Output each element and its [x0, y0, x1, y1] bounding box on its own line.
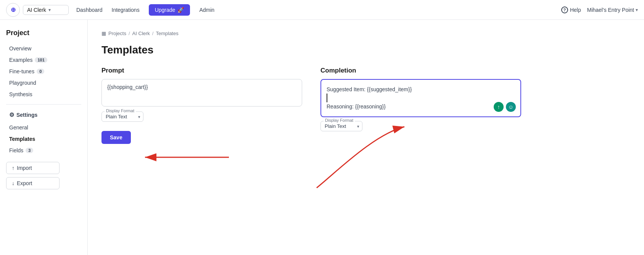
finetunes-badge: 0	[37, 69, 44, 74]
user-menu[interactable]: Mihael's Entry Point ▾	[587, 7, 638, 13]
examples-badge: 101	[35, 57, 47, 63]
workspace-name: AI Clerk	[27, 7, 46, 13]
settings-gear-icon: ⚙	[9, 111, 14, 118]
import-label: Import	[17, 165, 32, 171]
upgrade-label: Upgrade	[155, 7, 175, 13]
layout: Project Overview Examples 101 Fine-tunes…	[0, 20, 644, 255]
breadcrumb-templates: Templates	[156, 31, 178, 36]
user-chevron-icon: ▾	[636, 7, 638, 13]
completion-display-format-label: Display Format	[324, 118, 355, 123]
playground-label: Playground	[9, 80, 36, 86]
save-button-wrapper: Save	[101, 122, 302, 144]
user-name: Mihael's Entry Point	[587, 7, 634, 13]
completion-display-format-wrapper: Display Format Plain Text Markdown HTML …	[320, 121, 362, 131]
completion-icons: ↑ ☺	[494, 102, 516, 112]
completion-box: Suggested Item: {{suggested_item}} Reaso…	[320, 79, 521, 117]
nav-integrations[interactable]: Integrations	[112, 7, 140, 13]
sidebar: Project Overview Examples 101 Fine-tunes…	[0, 20, 88, 255]
sidebar-title: Project	[6, 29, 81, 37]
fields-label: Fields	[9, 147, 23, 153]
page-title: Templates	[101, 44, 630, 56]
help-icon: ?	[561, 6, 568, 13]
top-nav: ⊕ AI Clerk ▾ Dashboard Integrations Upgr…	[0, 0, 644, 20]
sidebar-divider	[6, 104, 81, 105]
breadcrumb-sep-2: /	[152, 31, 154, 36]
prompt-textarea[interactable]: {{shopping_cart}}	[101, 79, 302, 107]
completion-line1: Suggested Item: {{suggested_item}}	[327, 85, 515, 94]
import-icon: ↑	[12, 165, 14, 171]
breadcrumb-sep-1: /	[129, 31, 130, 36]
breadcrumb: ▦ Projects / AI Clerk / Templates	[101, 31, 630, 36]
templates-label: Templates	[9, 136, 35, 142]
main-content: ▦ Projects / AI Clerk / Templates Templa…	[88, 20, 644, 255]
save-button[interactable]: Save	[101, 131, 131, 144]
sidebar-item-examples[interactable]: Examples 101	[6, 55, 81, 65]
completion-icon-up[interactable]: ↑	[494, 102, 504, 112]
template-grid: Prompt {{shopping_cart}} Display Format …	[101, 67, 521, 144]
breadcrumb-aiclerk[interactable]: AI Clerk	[132, 31, 150, 36]
nav-right: ? Help Mihael's Entry Point ▾	[561, 6, 638, 13]
sidebar-item-playground[interactable]: Playground	[6, 77, 81, 88]
export-button[interactable]: ↓ Export	[6, 177, 60, 189]
sidebar-item-templates[interactable]: Templates	[6, 134, 81, 144]
completion-display-format-select[interactable]: Plain Text Markdown HTML	[320, 121, 362, 131]
prompt-display-format-select[interactable]: Plain Text Markdown HTML	[101, 111, 143, 122]
logo-icon: ⊕	[11, 6, 16, 13]
prompt-display-format-wrapper: Display Format Plain Text Markdown HTML …	[101, 111, 143, 122]
settings-section-title: ⚙ Settings	[6, 109, 81, 121]
completion-line2	[327, 94, 515, 102]
workspace-selector[interactable]: AI Clerk ▾	[23, 5, 69, 15]
synthesis-label: Synthesis	[9, 91, 32, 97]
nav-links: Dashboard Integrations Upgrade 🚀 Admin	[76, 4, 214, 16]
prompt-display-format-label: Display Format	[105, 108, 136, 113]
import-button[interactable]: ↑ Import	[6, 162, 60, 174]
completion-icon-face[interactable]: ☺	[506, 102, 516, 112]
finetunes-label: Fine-tunes	[9, 68, 34, 74]
examples-label: Examples	[9, 57, 32, 63]
prompt-section: Prompt {{shopping_cart}} Display Format …	[101, 67, 302, 144]
overview-label: Overview	[9, 45, 31, 52]
breadcrumb-projects[interactable]: Projects	[108, 31, 126, 36]
export-icon: ↓	[12, 180, 14, 186]
sidebar-item-general[interactable]: General	[6, 122, 81, 133]
fields-badge: 3	[26, 148, 33, 153]
settings-label: Settings	[16, 112, 37, 118]
help-label: Help	[570, 7, 581, 13]
upgrade-button[interactable]: Upgrade 🚀	[149, 4, 190, 16]
logo-button[interactable]: ⊕	[6, 3, 20, 17]
sidebar-item-finetunes[interactable]: Fine-tunes 0	[6, 66, 81, 77]
sidebar-item-synthesis[interactable]: Synthesis	[6, 89, 81, 100]
rocket-icon: 🚀	[177, 7, 184, 13]
nav-admin[interactable]: Admin	[199, 7, 214, 13]
up-arrow-icon: ↑	[497, 104, 500, 110]
completion-line3: Reasoning: {{reasoning}}	[327, 102, 515, 111]
completion-text: Suggested Item: {{suggested_item}} Reaso…	[327, 85, 515, 111]
completion-section-label: Completion	[320, 67, 521, 74]
face-icon: ☺	[508, 104, 514, 110]
nav-dashboard[interactable]: Dashboard	[76, 7, 103, 13]
breadcrumb-grid-icon: ▦	[101, 31, 106, 36]
prompt-section-label: Prompt	[101, 67, 302, 74]
help-link[interactable]: ? Help	[561, 6, 581, 13]
workspace-chevron-icon: ▾	[48, 7, 51, 13]
completion-section: Completion Suggested Item: {{suggested_i…	[320, 67, 521, 144]
general-label: General	[9, 124, 28, 131]
sidebar-actions: ↑ Import ↓ Export	[6, 162, 81, 189]
sidebar-item-overview[interactable]: Overview	[6, 43, 81, 54]
export-label: Export	[17, 180, 32, 186]
sidebar-item-fields[interactable]: Fields 3	[6, 145, 81, 156]
